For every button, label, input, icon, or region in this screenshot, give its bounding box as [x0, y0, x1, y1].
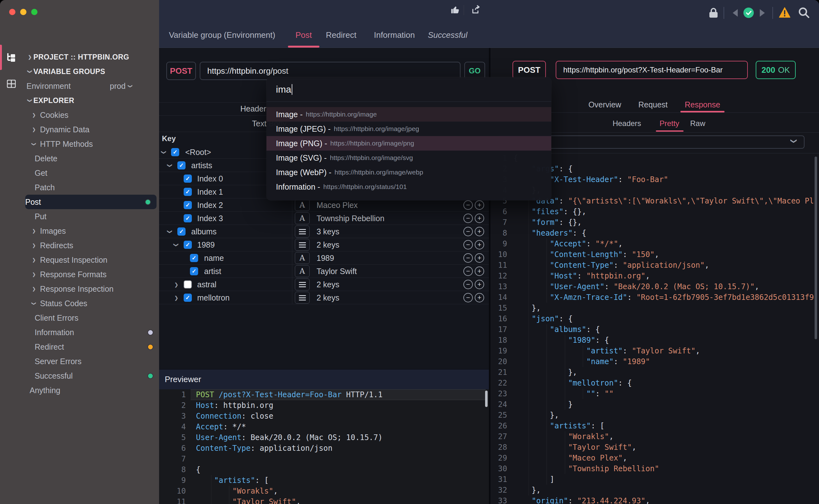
sidebar-item-http-methods[interactable]: ❯HTTP Methods	[0, 137, 159, 151]
tree-key-label[interactable]: mellotron	[197, 293, 230, 302]
tree-row-name[interactable]: ✓nameA1989−+	[159, 251, 489, 265]
tab-information[interactable]: Information	[374, 30, 415, 40]
chevron-down-icon[interactable]: ❯	[167, 163, 173, 168]
warning-icon[interactable]	[779, 7, 791, 18]
tree-key-label[interactable]: <Root>	[185, 148, 211, 157]
add-row-button[interactable]: +	[475, 214, 484, 223]
type-string-icon[interactable]: A	[295, 265, 310, 277]
sidebar-item-information[interactable]: Information	[0, 325, 159, 340]
type-object-icon[interactable]	[295, 278, 310, 290]
tree-value[interactable]: 2 keys	[317, 293, 339, 302]
autocomplete-item-image-png-[interactable]: Image (PNG) - https://httpbin.org/image/…	[266, 136, 551, 151]
chevron-down-icon[interactable]: ❯	[161, 150, 167, 154]
remove-row-button[interactable]: −	[463, 200, 473, 210]
search-icon[interactable]	[798, 7, 810, 18]
chevron-down-icon[interactable]: ❯	[167, 230, 173, 234]
tree-value[interactable]: 2 keys	[317, 280, 339, 289]
tree-checkbox[interactable]: ✓	[184, 294, 192, 302]
remove-row-button[interactable]: −	[463, 293, 473, 302]
sidebar-item-project-httpbin-org[interactable]: ❯PROJECT :: HTTPBIN.ORG	[0, 50, 159, 64]
tab-variable-group-environment-[interactable]: Variable group (Environment)	[169, 30, 275, 40]
remove-row-button[interactable]: −	[463, 240, 473, 249]
tree-key-label[interactable]: Index 1	[197, 187, 223, 197]
tree-value[interactable]: Taylor Swift	[317, 267, 357, 276]
sidebar-item-anything[interactable]: Anything	[0, 383, 159, 398]
sidebar-item-client-errors[interactable]: Client Errors	[0, 311, 159, 325]
lock-icon[interactable]	[709, 8, 718, 18]
tree-row-astral[interactable]: ❯astral2 keys−+	[159, 278, 489, 291]
sidebar-item-response-inspection[interactable]: ❯Response Inspection	[0, 282, 159, 296]
chevron-down-icon[interactable]: ❯	[27, 70, 32, 73]
response-subtab-raw[interactable]: Raw	[690, 119, 705, 128]
previewer-scrollbar[interactable]	[485, 391, 488, 407]
chevron-right-icon[interactable]: ❯	[32, 127, 36, 132]
autocomplete-item-image-svg-[interactable]: Image (SVG) - https://httpbin.org/image/…	[266, 151, 551, 165]
autocomplete-item-information[interactable]: Information - https://httpbin.org/status…	[266, 180, 551, 194]
tree-value[interactable]: 2 keys	[317, 240, 339, 249]
tree-key-label[interactable]: artists	[191, 161, 212, 170]
tree-row-index-2[interactable]: ✓Index 2AMaceo Plex−+	[159, 198, 489, 212]
tab-successful[interactable]: Successful	[428, 30, 467, 40]
remove-row-button[interactable]: −	[463, 280, 473, 289]
add-row-button[interactable]: +	[475, 280, 484, 289]
type-string-icon[interactable]: A	[295, 199, 310, 211]
chevron-right-icon[interactable]: ❯	[32, 257, 36, 262]
type-object-icon[interactable]	[295, 292, 310, 304]
chevron-down-icon[interactable]: ❯	[31, 142, 37, 146]
add-row-button[interactable]: +	[475, 253, 484, 263]
tree-key-label[interactable]: 1989	[197, 240, 215, 249]
chevron-down-icon[interactable]: ❯	[173, 243, 179, 247]
response-url[interactable]: https://httpbin.org/post?X-Test-Header=F…	[556, 61, 748, 79]
autocomplete-item-image[interactable]: Image - https://httpbin.org/image	[266, 107, 551, 122]
sidebar-item-dynamic-data[interactable]: ❯Dynamic Data	[0, 122, 159, 137]
request-success-check-icon[interactable]	[743, 8, 754, 18]
tree-checkbox[interactable]: ✓	[184, 201, 192, 209]
tab-redirect[interactable]: Redirect	[326, 30, 357, 40]
response-subtab-pretty[interactable]: Pretty	[660, 119, 679, 128]
tree-checkbox[interactable]: ✓	[184, 241, 192, 249]
type-object-icon[interactable]	[295, 239, 310, 251]
tree-checkbox[interactable]: ✓	[177, 227, 186, 236]
export-icon[interactable]	[471, 5, 481, 14]
tab-post[interactable]: Post	[295, 30, 312, 40]
minimize-window-button[interactable]	[20, 9, 26, 15]
response-tab-overview[interactable]: Overview	[588, 100, 621, 109]
chevron-down-icon[interactable]: ❯	[27, 99, 32, 102]
close-window-button[interactable]	[9, 9, 15, 15]
autocomplete-search-input[interactable]: ima	[276, 77, 292, 101]
add-row-button[interactable]: +	[475, 227, 484, 236]
response-scrollbar[interactable]	[815, 157, 817, 339]
autocomplete-item-image-jpeg-[interactable]: Image (JPEG) - https://httpbin.org/image…	[266, 122, 551, 136]
sidebar-item-request-inspection[interactable]: ❯Request Inspection	[0, 253, 159, 267]
tree-key-label[interactable]: name	[204, 254, 224, 263]
environment-value[interactable]: prod❯	[110, 82, 132, 91]
chevron-down-icon[interactable]: ❯	[31, 301, 37, 305]
history-back-icon[interactable]	[733, 9, 738, 17]
zoom-window-button[interactable]	[31, 9, 37, 15]
sidebar-item-patch[interactable]: Patch	[0, 180, 159, 195]
sidebar-item-environment[interactable]: Environmentprod❯	[0, 79, 159, 93]
remove-row-button[interactable]: −	[463, 253, 473, 263]
sidebar-item-get[interactable]: Get	[0, 166, 159, 180]
autocomplete-item-image-webp-[interactable]: Image (WebP) - https://httpbin.org/image…	[266, 165, 551, 180]
tree-checkbox[interactable]: ✓	[190, 267, 198, 275]
tree-row-albums[interactable]: ❯✓albums3 keys−+	[159, 225, 489, 238]
tree-checkbox[interactable]: ✓	[184, 214, 192, 222]
tree-key-label[interactable]: Index 0	[197, 174, 223, 183]
add-row-button[interactable]: +	[475, 240, 484, 249]
tree-checkbox[interactable]: ✓	[190, 254, 198, 262]
sidebar-item-variable-groups[interactable]: ❯VARIABLE GROUPS	[0, 64, 159, 79]
sidebar-item-successful[interactable]: Successful	[0, 369, 159, 383]
tree-row-artist[interactable]: ✓artistATaylor Swift−+	[159, 265, 489, 278]
chevron-right-icon[interactable]: ❯	[174, 282, 178, 288]
tree-key-label[interactable]: albums	[191, 227, 217, 236]
tree-value[interactable]: 1989	[317, 254, 334, 263]
sidebar-item-cookies[interactable]: ❯Cookies	[0, 108, 159, 122]
history-forward-icon[interactable]	[760, 9, 765, 17]
remove-row-button[interactable]: −	[463, 266, 473, 276]
response-tab-request[interactable]: Request	[638, 100, 667, 109]
type-object-icon[interactable]	[295, 226, 310, 238]
tree-checkbox[interactable]: ✓	[171, 148, 179, 156]
chevron-right-icon[interactable]: ❯	[32, 272, 36, 277]
chevron-right-icon[interactable]: ❯	[32, 243, 36, 248]
